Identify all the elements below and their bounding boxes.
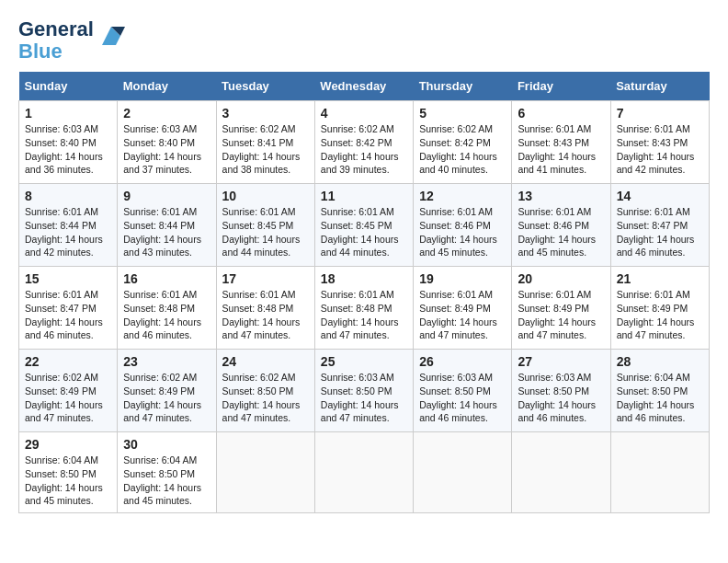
day-number: 9 (123, 189, 210, 203)
calendar-cell: 14Sunrise: 6:01 AM Sunset: 8:47 PM Dayli… (610, 184, 709, 267)
calendar-cell: 27Sunrise: 6:03 AM Sunset: 8:50 PM Dayli… (512, 350, 610, 432)
day-number: 5 (419, 106, 506, 121)
calendar-cell: 1Sunrise: 6:03 AM Sunset: 8:40 PM Daylig… (19, 101, 118, 184)
calendar-cell: 9Sunrise: 6:01 AM Sunset: 8:44 PM Daylig… (118, 184, 216, 267)
day-number: 29 (25, 437, 111, 452)
calendar-cell: 19Sunrise: 6:01 AM Sunset: 8:49 PM Dayli… (414, 267, 512, 350)
day-of-week-saturday: Saturday (610, 72, 709, 101)
cell-info: Sunrise: 6:01 AM Sunset: 8:44 PM Dayligh… (123, 205, 210, 259)
logo-text: GeneralBlue (18, 18, 94, 63)
day-number: 1 (25, 106, 111, 121)
cell-info: Sunrise: 6:01 AM Sunset: 8:47 PM Dayligh… (617, 205, 703, 259)
cell-info: Sunrise: 6:01 AM Sunset: 8:44 PM Dayligh… (25, 205, 111, 259)
day-number: 23 (123, 354, 210, 369)
cell-info: Sunrise: 6:01 AM Sunset: 8:46 PM Dayligh… (419, 205, 506, 259)
day-number: 6 (518, 106, 604, 121)
page-header: GeneralBlue (18, 18, 710, 63)
calendar-cell: 7Sunrise: 6:01 AM Sunset: 8:43 PM Daylig… (610, 101, 709, 184)
day-of-week-monday: Monday (118, 72, 216, 101)
logo: GeneralBlue (18, 18, 125, 63)
calendar-cell: 16Sunrise: 6:01 AM Sunset: 8:48 PM Dayli… (118, 267, 216, 350)
calendar-cell: 8Sunrise: 6:01 AM Sunset: 8:44 PM Daylig… (19, 184, 118, 267)
day-number: 28 (617, 354, 703, 369)
cell-info: Sunrise: 6:01 AM Sunset: 8:48 PM Dayligh… (321, 288, 407, 342)
calendar-cell: 24Sunrise: 6:02 AM Sunset: 8:50 PM Dayli… (216, 350, 314, 432)
calendar-cell: 21Sunrise: 6:01 AM Sunset: 8:49 PM Dayli… (610, 267, 709, 350)
day-number: 19 (419, 271, 506, 286)
cell-info: Sunrise: 6:04 AM Sunset: 8:50 PM Dayligh… (25, 454, 111, 508)
logo-blue: Blue (18, 40, 63, 63)
day-number: 18 (321, 271, 407, 286)
calendar-cell (216, 432, 314, 513)
calendar-cell: 26Sunrise: 6:03 AM Sunset: 8:50 PM Dayli… (414, 350, 512, 432)
cell-info: Sunrise: 6:03 AM Sunset: 8:50 PM Dayligh… (321, 371, 407, 425)
calendar-cell: 13Sunrise: 6:01 AM Sunset: 8:46 PM Dayli… (512, 184, 610, 267)
calendar-cell: 3Sunrise: 6:02 AM Sunset: 8:41 PM Daylig… (216, 101, 314, 184)
cell-info: Sunrise: 6:04 AM Sunset: 8:50 PM Dayligh… (617, 371, 703, 425)
day-of-week-wednesday: Wednesday (314, 72, 413, 101)
cell-info: Sunrise: 6:01 AM Sunset: 8:48 PM Dayligh… (222, 288, 309, 342)
calendar-cell: 2Sunrise: 6:03 AM Sunset: 8:40 PM Daylig… (118, 101, 216, 184)
cell-info: Sunrise: 6:01 AM Sunset: 8:47 PM Dayligh… (25, 288, 111, 342)
cell-info: Sunrise: 6:01 AM Sunset: 8:48 PM Dayligh… (123, 288, 210, 342)
calendar-cell: 25Sunrise: 6:03 AM Sunset: 8:50 PM Dayli… (314, 350, 413, 432)
cell-info: Sunrise: 6:03 AM Sunset: 8:50 PM Dayligh… (518, 371, 604, 425)
cell-info: Sunrise: 6:01 AM Sunset: 8:46 PM Dayligh… (518, 205, 604, 259)
day-number: 15 (25, 271, 111, 286)
calendar-cell: 5Sunrise: 6:02 AM Sunset: 8:42 PM Daylig… (414, 101, 512, 184)
day-number: 2 (123, 106, 210, 121)
calendar-cell: 17Sunrise: 6:01 AM Sunset: 8:48 PM Dayli… (216, 267, 314, 350)
cell-info: Sunrise: 6:02 AM Sunset: 8:50 PM Dayligh… (222, 371, 309, 425)
cell-info: Sunrise: 6:01 AM Sunset: 8:45 PM Dayligh… (321, 205, 407, 259)
cell-info: Sunrise: 6:02 AM Sunset: 8:41 PM Dayligh… (222, 122, 309, 177)
cell-info: Sunrise: 6:01 AM Sunset: 8:45 PM Dayligh… (222, 205, 309, 259)
cell-info: Sunrise: 6:01 AM Sunset: 8:49 PM Dayligh… (419, 288, 506, 342)
day-number: 11 (321, 189, 407, 203)
day-number: 8 (25, 189, 111, 203)
day-number: 25 (321, 354, 407, 369)
calendar-cell: 12Sunrise: 6:01 AM Sunset: 8:46 PM Dayli… (414, 184, 512, 267)
calendar-cell: 30Sunrise: 6:04 AM Sunset: 8:50 PM Dayli… (118, 432, 216, 513)
logo-icon (97, 22, 125, 50)
calendar-cell (512, 432, 610, 513)
cell-info: Sunrise: 6:04 AM Sunset: 8:50 PM Dayligh… (123, 454, 210, 508)
cell-info: Sunrise: 6:03 AM Sunset: 8:40 PM Dayligh… (123, 122, 210, 177)
cell-info: Sunrise: 6:02 AM Sunset: 8:49 PM Dayligh… (123, 371, 210, 425)
day-of-week-tuesday: Tuesday (216, 72, 314, 101)
day-of-week-friday: Friday (512, 72, 610, 101)
calendar-cell: 6Sunrise: 6:01 AM Sunset: 8:43 PM Daylig… (512, 101, 610, 184)
day-number: 12 (419, 189, 506, 203)
day-number: 3 (222, 106, 309, 121)
cell-info: Sunrise: 6:02 AM Sunset: 8:49 PM Dayligh… (25, 371, 111, 425)
day-number: 14 (617, 189, 703, 203)
day-of-week-sunday: Sunday (19, 72, 118, 101)
day-number: 10 (222, 189, 309, 203)
cell-info: Sunrise: 6:01 AM Sunset: 8:49 PM Dayligh… (617, 288, 703, 342)
day-number: 24 (222, 354, 309, 369)
calendar-cell (314, 432, 413, 513)
day-number: 16 (123, 271, 210, 286)
day-number: 22 (25, 354, 111, 369)
calendar-cell (414, 432, 512, 513)
calendar-cell: 15Sunrise: 6:01 AM Sunset: 8:47 PM Dayli… (19, 267, 118, 350)
calendar-cell: 28Sunrise: 6:04 AM Sunset: 8:50 PM Dayli… (610, 350, 709, 432)
cell-info: Sunrise: 6:02 AM Sunset: 8:42 PM Dayligh… (321, 122, 407, 177)
calendar-cell (610, 432, 709, 513)
cell-info: Sunrise: 6:03 AM Sunset: 8:50 PM Dayligh… (419, 371, 506, 425)
day-number: 30 (123, 437, 210, 452)
calendar-table: SundayMondayTuesdayWednesdayThursdayFrid… (18, 72, 710, 513)
calendar-cell: 18Sunrise: 6:01 AM Sunset: 8:48 PM Dayli… (314, 267, 413, 350)
calendar-cell: 29Sunrise: 6:04 AM Sunset: 8:50 PM Dayli… (19, 432, 118, 513)
day-number: 17 (222, 271, 309, 286)
calendar-cell: 20Sunrise: 6:01 AM Sunset: 8:49 PM Dayli… (512, 267, 610, 350)
cell-info: Sunrise: 6:01 AM Sunset: 8:49 PM Dayligh… (518, 288, 604, 342)
day-number: 21 (617, 271, 703, 286)
calendar-cell: 10Sunrise: 6:01 AM Sunset: 8:45 PM Dayli… (216, 184, 314, 267)
cell-info: Sunrise: 6:01 AM Sunset: 8:43 PM Dayligh… (617, 122, 703, 177)
day-number: 4 (321, 106, 407, 121)
cell-info: Sunrise: 6:02 AM Sunset: 8:42 PM Dayligh… (419, 122, 506, 177)
cell-info: Sunrise: 6:01 AM Sunset: 8:43 PM Dayligh… (518, 122, 604, 177)
calendar-header-row: SundayMondayTuesdayWednesdayThursdayFrid… (19, 72, 710, 101)
calendar-cell: 22Sunrise: 6:02 AM Sunset: 8:49 PM Dayli… (19, 350, 118, 432)
cell-info: Sunrise: 6:03 AM Sunset: 8:40 PM Dayligh… (25, 122, 111, 177)
